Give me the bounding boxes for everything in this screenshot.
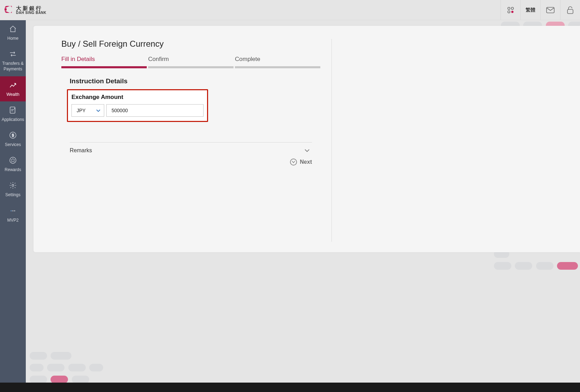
svg-rect-6 bbox=[567, 9, 573, 14]
svg-point-12 bbox=[11, 210, 12, 211]
svg-point-11 bbox=[12, 185, 14, 187]
next-circle-icon bbox=[290, 159, 297, 166]
transfers-icon bbox=[1, 49, 25, 59]
chevron-down-icon bbox=[304, 147, 310, 154]
brand-en: DAH SING BANK bbox=[16, 11, 46, 15]
svg-rect-7 bbox=[10, 107, 15, 113]
sidebar-item-label: Settings bbox=[1, 192, 25, 198]
step-label: Confirm bbox=[148, 56, 234, 63]
vertical-divider bbox=[331, 39, 332, 242]
language-label: 繁體 bbox=[526, 7, 535, 13]
top-header: 大新銀行 DAH SING BANK 繁體 bbox=[0, 0, 580, 20]
applications-icon bbox=[1, 105, 25, 115]
apps-icon[interactable] bbox=[501, 0, 520, 20]
sidebar-item-label: Rewards bbox=[1, 167, 25, 172]
rewards-icon bbox=[1, 155, 25, 165]
step-label: Fill in Details bbox=[61, 56, 147, 63]
step-confirm[interactable]: Confirm bbox=[148, 56, 234, 68]
remarks-label: Remarks bbox=[70, 147, 92, 154]
next-label: Next bbox=[300, 159, 312, 165]
content-card: Buy / Sell Foreign Currency Fill in Deta… bbox=[33, 26, 580, 252]
sidebar-item-label: Applications bbox=[1, 117, 25, 122]
chevron-down-icon bbox=[96, 108, 100, 113]
sidebar-item-settings[interactable]: Settings bbox=[0, 177, 26, 202]
svg-point-4 bbox=[511, 10, 513, 13]
mail-icon[interactable] bbox=[540, 0, 560, 20]
header-actions: 繁體 bbox=[501, 0, 580, 20]
settings-icon bbox=[1, 180, 25, 190]
svg-point-3 bbox=[508, 10, 510, 13]
footer-strip bbox=[0, 383, 580, 392]
sidebar-item-mvp2[interactable]: MVP2 bbox=[0, 202, 26, 227]
language-toggle[interactable]: 繁體 bbox=[520, 0, 540, 20]
home-icon bbox=[1, 24, 25, 34]
amount-input[interactable] bbox=[106, 104, 204, 117]
currency-select[interactable]: JPY bbox=[71, 104, 104, 117]
sidebar-item-services[interactable]: $ Services bbox=[0, 126, 26, 152]
sidebar-item-label: Services bbox=[1, 142, 25, 147]
sidebar-item-transfers[interactable]: Transfers & Payments bbox=[0, 45, 26, 76]
svg-text:$: $ bbox=[12, 133, 14, 137]
next-button[interactable]: Next bbox=[290, 159, 312, 166]
lock-icon[interactable] bbox=[560, 0, 580, 20]
sidebar-item-rewards[interactable]: Rewards bbox=[0, 152, 26, 177]
svg-point-13 bbox=[13, 210, 14, 211]
wizard-steps: Fill in Details Confirm Complete bbox=[61, 56, 320, 68]
sidebar-item-label: MVP2 bbox=[1, 217, 25, 223]
remarks-expander[interactable]: Remarks bbox=[70, 143, 312, 157]
step-bar bbox=[148, 66, 234, 68]
svg-rect-5 bbox=[547, 7, 554, 13]
services-icon: $ bbox=[1, 130, 25, 140]
svg-point-1 bbox=[508, 7, 510, 9]
brand-logo[interactable]: 大新銀行 DAH SING BANK bbox=[0, 5, 46, 16]
step-bar bbox=[235, 66, 320, 68]
workspace: Buy / Sell Foreign Currency Fill in Deta… bbox=[26, 20, 580, 383]
step-bar bbox=[61, 66, 147, 68]
decoration bbox=[29, 351, 119, 383]
svg-point-2 bbox=[511, 7, 513, 9]
sidebar-item-applications[interactable]: Applications bbox=[0, 101, 26, 126]
sidebar-item-wealth[interactable]: Wealth bbox=[0, 76, 26, 101]
brand-text: 大新銀行 DAH SING BANK bbox=[16, 6, 46, 15]
exchange-amount-label: Exchange Amount bbox=[71, 94, 204, 101]
brand-zh: 大新銀行 bbox=[16, 6, 46, 11]
exchange-amount-panel: Exchange Amount JPY bbox=[67, 89, 208, 122]
currency-value: JPY bbox=[77, 108, 86, 113]
sidebar-item-label: Wealth bbox=[1, 92, 25, 97]
svg-point-14 bbox=[14, 210, 15, 211]
page-title: Buy / Sell Foreign Currency bbox=[61, 39, 552, 49]
step-fill-details[interactable]: Fill in Details bbox=[61, 56, 147, 68]
instruction-details-heading: Instruction Details bbox=[70, 77, 552, 85]
svg-rect-0 bbox=[5, 8, 7, 11]
sidebar-item-label: Home bbox=[1, 36, 25, 41]
step-label: Complete bbox=[235, 56, 320, 63]
sidebar-item-home[interactable]: Home bbox=[0, 20, 26, 45]
sidebar-nav: Home Transfers & Payments Wealth Applica… bbox=[0, 20, 26, 383]
step-complete[interactable]: Complete bbox=[235, 56, 320, 68]
mvp2-icon bbox=[1, 206, 25, 216]
wealth-icon bbox=[1, 80, 25, 90]
bank-logo-icon bbox=[3, 5, 13, 16]
sidebar-item-label: Transfers & Payments bbox=[1, 61, 25, 72]
